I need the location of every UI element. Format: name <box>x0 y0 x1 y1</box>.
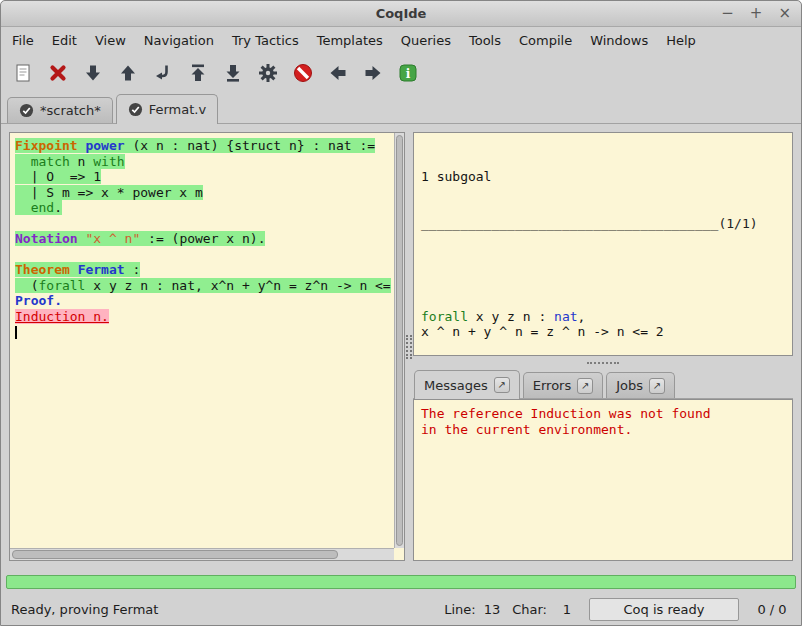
previous-button[interactable] <box>326 61 350 85</box>
tab-fermat-v[interactable]: Fermat.v <box>116 94 218 124</box>
menu-item-try-tactics[interactable]: Try Tactics <box>223 29 308 52</box>
detach-tab-button[interactable]: ↗ <box>494 377 510 393</box>
detach-tab-button[interactable]: ↗ <box>649 378 665 394</box>
code-token: Fermat <box>78 262 125 277</box>
message-tab-messages[interactable]: Messages↗ <box>414 370 520 399</box>
menu-item-navigation[interactable]: Navigation <box>135 29 223 52</box>
code-token: Induction n. <box>15 309 109 324</box>
char-label: Char: <box>512 602 547 617</box>
arrow-down-to-bar-icon <box>222 62 244 84</box>
vertical-splitter[interactable] <box>406 335 412 359</box>
text-caret <box>15 326 17 339</box>
scrollbar-thumb[interactable] <box>396 135 403 546</box>
code-line: Theorem Fermat : <box>15 262 394 278</box>
about-button[interactable]: i <box>396 61 420 85</box>
code-line: (forall x y z n : nat, x^n + y^n = z^n -… <box>15 278 394 294</box>
code-line-text: Notation "x ^ n" := (power x n). <box>15 231 265 246</box>
detach-tab-button[interactable]: ↗ <box>577 378 593 394</box>
messages-content: The reference Induction was not foundin … <box>413 399 793 561</box>
tab-scratch[interactable]: *scratch* <box>7 97 113 123</box>
char-value: 1 <box>555 602 571 617</box>
gear-icon <box>257 62 279 84</box>
step-backward-button[interactable] <box>116 61 140 85</box>
title-bar[interactable]: CoqIde − + × <box>1 1 801 27</box>
line-label: Line: <box>444 602 475 617</box>
message-tab-bar: Messages↗Errors↗Jobs↗ <box>413 369 793 399</box>
goal-counter: (1/1) <box>718 216 757 231</box>
goal-separator-line: ______________________________________(1… <box>421 216 785 232</box>
message-tab-jobs[interactable]: Jobs↗ <box>606 372 675 398</box>
message-tab-label: Errors <box>533 378 571 393</box>
editor-vertical-scrollbar[interactable] <box>394 133 404 548</box>
arrow-right-icon <box>362 62 384 84</box>
jobs-count: 0 / 0 <box>753 602 791 617</box>
code-token: power <box>85 138 124 153</box>
menu-item-queries[interactable]: Queries <box>392 29 460 52</box>
goal-line: forall x y z n : nat, <box>421 309 785 325</box>
code-line-text: (forall x y z n : nat, x^n + y^n = z^n -… <box>15 278 391 293</box>
code-token <box>15 154 31 169</box>
message-tab-errors[interactable]: Errors↗ <box>523 372 603 398</box>
status-bar: Ready, proving Fermat Line: 13 Char: 1 C… <box>1 593 801 625</box>
close-buffer-button[interactable] <box>46 61 70 85</box>
menu-item-windows[interactable]: Windows <box>581 29 657 52</box>
code-line: end. <box>15 200 394 216</box>
menu-item-help[interactable]: Help <box>657 29 705 52</box>
menu-item-file[interactable]: File <box>3 29 43 52</box>
code-line-text: | O => 1 <box>15 169 101 184</box>
code-token: end <box>31 200 54 215</box>
goals-panel: 1 subgoal ______________________________… <box>413 132 793 356</box>
restart-button[interactable] <box>186 61 210 85</box>
right-column: 1 subgoal ______________________________… <box>413 132 793 561</box>
next-button[interactable] <box>361 61 385 85</box>
window-title: CoqIde <box>376 6 427 21</box>
code-line-text: match n with <box>15 154 125 169</box>
goal-lines: forall x y z n : nat,x ^ n + y ^ n = z ^… <box>421 309 785 340</box>
menu-item-edit[interactable]: Edit <box>43 29 86 52</box>
code-token: with <box>93 154 124 169</box>
step-forward-button[interactable] <box>81 61 105 85</box>
go-to-cursor-button[interactable] <box>151 61 175 85</box>
menu-item-templates[interactable]: Templates <box>308 29 392 52</box>
message-line: The reference Induction was not found <box>421 406 785 422</box>
interrupt-button[interactable] <box>291 61 315 85</box>
code-line: Fixpoint power (x n : nat) {struct n} : … <box>15 138 394 154</box>
code-token: "x ^ n" <box>85 231 140 246</box>
tab-check-icon <box>19 103 34 118</box>
code-token <box>70 262 78 277</box>
arrow-left-icon <box>327 62 349 84</box>
go-to-end-button[interactable] <box>221 61 245 85</box>
compile-button[interactable] <box>256 61 280 85</box>
editor-horizontal-scrollbar[interactable] <box>10 548 394 560</box>
horizontal-splitter[interactable] <box>413 356 793 369</box>
editor-content[interactable]: Fixpoint power (x n : nat) {struct n} : … <box>10 133 394 548</box>
close-button[interactable]: × <box>778 6 791 21</box>
code-token <box>15 200 31 215</box>
maximize-button[interactable]: + <box>750 6 763 21</box>
code-token: x ^ n + y ^ n = z ^ n -> n <= 2 <box>421 324 664 339</box>
code-token: (x n : nat) {struct n} : nat := <box>125 138 375 153</box>
arrow-hook-icon <box>152 62 174 84</box>
menubar: FileEditViewNavigationTry TacticsTemplat… <box>1 27 801 53</box>
menu-item-view[interactable]: View <box>86 29 135 52</box>
code-token: match <box>31 154 70 169</box>
menu-item-compile[interactable]: Compile <box>510 29 581 52</box>
toolbar: i <box>1 53 801 93</box>
arrow-up-to-bar-icon <box>187 62 209 84</box>
code-token: n <box>70 154 93 169</box>
goal-blank-line <box>421 262 785 278</box>
editor-panel: Fixpoint power (x n : nat) {struct n} : … <box>9 132 405 561</box>
splitter-grip-icon <box>587 362 619 364</box>
status-message: Ready, proving Fermat <box>11 602 436 617</box>
code-line: Proof. <box>15 293 394 309</box>
tab-label: Fermat.v <box>149 102 206 117</box>
coq-status: Coq is ready <box>589 598 739 621</box>
code-line-text: Theorem Fermat : <box>15 262 140 277</box>
code-token: Fixpoint <box>15 138 78 153</box>
progress-bar <box>6 575 796 589</box>
arrow-up-icon <box>117 62 139 84</box>
menu-item-tools[interactable]: Tools <box>460 29 510 52</box>
new-file-button[interactable] <box>11 61 35 85</box>
scrollbar-thumb[interactable] <box>12 550 338 559</box>
minimize-button[interactable]: − <box>721 6 734 21</box>
